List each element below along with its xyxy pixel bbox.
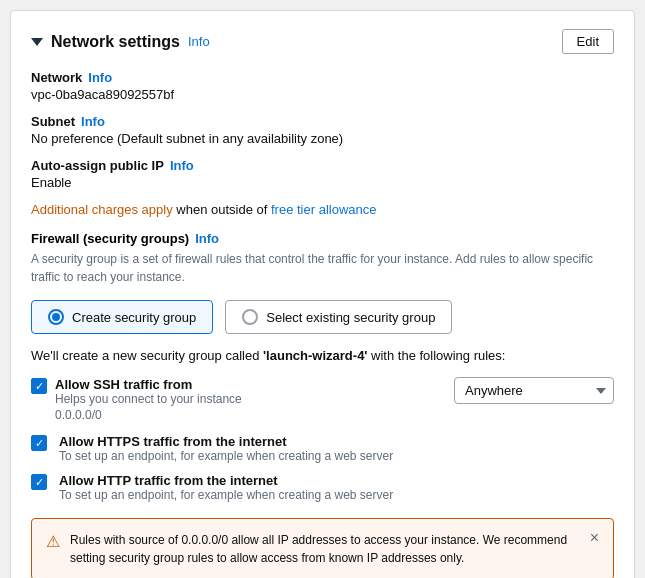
auto-assign-value: Enable [31,175,614,190]
charges-line: Additional charges apply when outside of… [31,202,614,217]
http-checkbox-row: Allow HTTP traffic from the internet To … [31,473,614,502]
security-group-radio-group: Create security group Select existing se… [31,300,614,334]
auto-assign-label: Auto-assign public IP Info [31,158,614,173]
auto-assign-info-link[interactable]: Info [170,158,194,173]
subnet-info-link[interactable]: Info [81,114,105,129]
edit-button[interactable]: Edit [562,29,614,54]
create-security-group-radio[interactable]: Create security group [31,300,213,334]
https-checkbox[interactable] [31,435,47,451]
select-radio-circle [242,309,258,325]
firewall-info-link[interactable]: Info [195,231,219,246]
charges-prefix: Additional charges apply [31,202,173,217]
network-label: Network Info [31,70,614,85]
http-sublabel: To set up an endpoint, for example when … [59,488,393,502]
network-info-link[interactable]: Info [88,70,112,85]
warning-icon: ⚠ [46,532,60,551]
section-title: Network settings [51,33,180,51]
collapse-icon[interactable] [31,38,43,46]
ssh-label: Allow SSH traffic from [55,377,242,392]
ssh-checkbox-col: Allow SSH traffic from Helps you connect… [31,377,454,406]
ssh-dropdown-value: 0.0.0.0/0 [55,408,614,422]
new-group-name: 'launch-wizard-4' [263,348,367,363]
network-settings-card: Network settings Info Edit Network Info … [10,10,635,578]
subnet-value: No preference (Default subnet in any ava… [31,131,614,146]
create-radio-circle [48,309,64,325]
https-sublabel: To set up an endpoint, for example when … [59,449,393,463]
https-label: Allow HTTPS traffic from the internet [59,434,393,449]
section-header: Network settings Info Edit [31,29,614,54]
charges-suffix: when outside of [176,202,271,217]
section-title-row: Network settings Info [31,33,210,51]
warning-box: ⚠ Rules with source of 0.0.0.0/0 allow a… [31,518,614,578]
ssh-source-dropdown-wrapper: Anywhere [454,377,614,404]
subnet-label: Subnet Info [31,114,614,129]
ssh-sublabel: Helps you connect to your instance [55,392,242,406]
ssh-text-col: Allow SSH traffic from Helps you connect… [55,377,242,406]
network-value: vpc-0ba9aca89092557bf [31,87,614,102]
network-settings-info-link[interactable]: Info [188,34,210,49]
new-group-description: We'll create a new security group called… [31,348,614,363]
http-checkbox[interactable] [31,474,47,490]
http-label: Allow HTTP traffic from the internet [59,473,393,488]
warning-text: Rules with source of 0.0.0.0/0 allow all… [70,531,580,567]
ssh-source-dropdown[interactable]: Anywhere [454,377,614,404]
select-security-group-radio[interactable]: Select existing security group [225,300,452,334]
http-text-col: Allow HTTP traffic from the internet To … [59,473,393,502]
https-text-col: Allow HTTPS traffic from the internet To… [59,434,393,463]
firewall-description: A security group is a set of firewall ru… [31,250,614,286]
firewall-label: Firewall (security groups) Info [31,231,614,246]
ssh-checkbox-row: Allow SSH traffic from Helps you connect… [31,377,614,406]
warning-close-button[interactable]: × [590,529,599,547]
free-tier-link[interactable]: free tier allowance [271,202,377,217]
select-radio-label: Select existing security group [266,310,435,325]
ssh-checkbox[interactable] [31,378,47,394]
create-radio-label: Create security group [72,310,196,325]
https-checkbox-row: Allow HTTPS traffic from the internet To… [31,434,614,463]
